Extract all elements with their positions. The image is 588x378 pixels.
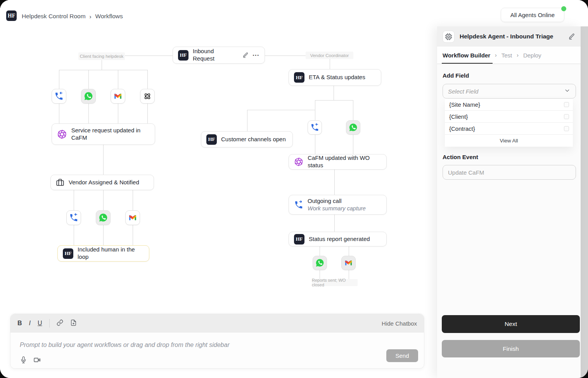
- node-service-request-cafm[interactable]: Service request updated in CaFM: [52, 123, 155, 145]
- gmail-icon: [128, 213, 137, 222]
- attach-file-button[interactable]: [70, 319, 77, 328]
- hf-logo-badge: HF: [63, 248, 73, 259]
- breadcrumb-current[interactable]: Workflows: [95, 13, 123, 20]
- whatsapp-icon: [315, 258, 325, 268]
- node-customer-channels[interactable]: HF Customer channels open: [201, 131, 293, 147]
- channel-whatsapp[interactable]: [313, 256, 327, 270]
- agents-online-button[interactable]: All Agents Online: [501, 8, 564, 22]
- node-label: CaFM updated with WO status: [308, 154, 381, 169]
- field-option-site-name[interactable]: {Site Name}: [445, 99, 573, 111]
- atom-icon: [143, 92, 152, 101]
- chatbox-panel: B I U Hide Chatbox Send: [10, 314, 424, 369]
- edit-agent-icon[interactable]: [568, 33, 575, 40]
- sidebar-tabs: Workflow Builder › Test › Deploy: [437, 47, 581, 64]
- node-label: ETA & Status updates: [309, 74, 365, 81]
- view-all-link[interactable]: View All: [445, 135, 573, 147]
- channel-gmail[interactable]: [341, 256, 356, 270]
- online-status-dot: [561, 6, 566, 11]
- tab-workflow-builder[interactable]: Workflow Builder: [443, 52, 490, 59]
- right-sidebar: Helpdesk Agent - Inbound Triage Workflow…: [437, 26, 581, 378]
- more-options-icon[interactable]: •••: [252, 53, 259, 57]
- action-event-heading: Action Event: [443, 154, 478, 160]
- node-cafm-wo-status[interactable]: CaFM updated with WO status: [289, 154, 387, 170]
- hf-logo-badge: HF: [206, 134, 217, 145]
- field-options-list: {Site Name} {Client} {Contract} View All: [445, 99, 573, 147]
- node-label: Customer channels open: [221, 136, 286, 143]
- node-inbound-request[interactable]: HF Inbound Request •••: [173, 47, 265, 64]
- field-option-client[interactable]: {Client}: [445, 111, 573, 123]
- node-label: Status report generated: [309, 236, 370, 243]
- finish-button[interactable]: Finish: [442, 340, 580, 357]
- aperture-icon: [294, 157, 303, 167]
- chevron-right-icon: ›: [90, 13, 92, 20]
- hide-chatbox-button[interactable]: Hide Chatbox: [382, 320, 417, 327]
- group-label-client-facing: Client facing helpdesk: [78, 52, 125, 60]
- agent-chip-tile: [443, 31, 455, 43]
- phone-outgoing-icon: [294, 200, 303, 210]
- node-sublabel: Work summary capture: [308, 205, 366, 212]
- tab-deploy[interactable]: Deploy: [523, 52, 541, 59]
- sidebar-header: Helpdesk Agent - Inbound Triage: [437, 26, 581, 47]
- field-option-label: {Client}: [449, 113, 468, 120]
- hf-logo-badge: HF: [178, 50, 189, 61]
- phone-incoming-icon: [69, 213, 78, 222]
- gmail-icon: [113, 92, 123, 101]
- field-option-contract[interactable]: {Contract}: [445, 123, 573, 135]
- next-button[interactable]: Next: [442, 315, 580, 333]
- channel-whatsapp[interactable]: [346, 120, 360, 135]
- field-option-label: {Contract}: [449, 125, 475, 132]
- edit-node-icon[interactable]: [242, 52, 249, 58]
- hf-logo-badge: HF: [294, 234, 304, 244]
- node-label: Service request updated in CaFM: [71, 127, 150, 142]
- group-label-reports-closed: Reports sent; WO closed: [312, 279, 358, 286]
- channel-phone-incoming[interactable]: [52, 89, 66, 104]
- select-field-dropdown[interactable]: [443, 84, 576, 99]
- app-logo: HF: [6, 10, 17, 21]
- whatsapp-icon: [83, 91, 93, 101]
- breadcrumb-root[interactable]: Helpdesk Control Room: [22, 13, 86, 20]
- node-label: Outgoing call: [308, 198, 366, 205]
- field-option-label: {Site Name}: [449, 101, 480, 108]
- checkbox[interactable]: [564, 102, 569, 107]
- mic-icon[interactable]: [20, 356, 27, 364]
- add-field-heading: Add Field: [443, 72, 469, 79]
- underline-button[interactable]: U: [38, 320, 42, 327]
- bold-button[interactable]: B: [17, 320, 22, 327]
- cpu-chip-icon: [445, 33, 452, 40]
- node-vendor-assigned[interactable]: Vendor Assigned & Notified: [50, 175, 154, 190]
- italic-button[interactable]: I: [29, 320, 31, 327]
- chevron-right-icon: ›: [517, 52, 519, 58]
- top-header: HF Helpdesk Control Room › Workflows All…: [0, 0, 588, 26]
- send-button[interactable]: Send: [386, 349, 418, 362]
- channel-atom[interactable]: [140, 89, 155, 104]
- channel-whatsapp[interactable]: [96, 210, 111, 225]
- app-window: Client facing helpdesk Vendor Coordinato…: [0, 0, 588, 378]
- link-icon: [57, 319, 63, 326]
- channel-phone-incoming[interactable]: [308, 120, 322, 135]
- briefcase-icon: [56, 178, 64, 187]
- video-camera-icon[interactable]: [33, 356, 41, 364]
- channel-phone-incoming[interactable]: [66, 210, 81, 225]
- chat-prompt-input[interactable]: [20, 337, 369, 353]
- action-event-input[interactable]: [443, 165, 576, 180]
- channel-whatsapp[interactable]: [81, 89, 96, 104]
- file-plus-icon: [70, 319, 77, 326]
- group-label-vendor-coordinator: Vendor Coordinator: [306, 52, 353, 59]
- checkbox[interactable]: [564, 114, 569, 119]
- node-label: Included human in the loop: [78, 246, 144, 261]
- channel-gmail[interactable]: [111, 89, 125, 104]
- checkbox[interactable]: [564, 126, 569, 131]
- channel-gmail[interactable]: [125, 210, 140, 225]
- node-label: Inbound Request: [193, 48, 233, 62]
- scroll-gutter: [581, 26, 588, 378]
- phone-incoming-icon: [310, 123, 319, 132]
- node-label: Vendor Assigned & Notified: [69, 179, 139, 186]
- tab-test[interactable]: Test: [502, 52, 512, 59]
- node-human-in-loop[interactable]: HF Included human in the loop: [57, 245, 149, 262]
- node-eta-status-updates[interactable]: HF ETA & Status updates: [289, 69, 381, 86]
- node-outgoing-call[interactable]: Outgoing call Work summary capture: [289, 195, 387, 215]
- node-status-report[interactable]: HF Status report generated: [289, 232, 387, 246]
- link-button[interactable]: [57, 319, 63, 328]
- hf-logo-badge: HF: [294, 72, 304, 83]
- gmail-icon: [344, 258, 353, 267]
